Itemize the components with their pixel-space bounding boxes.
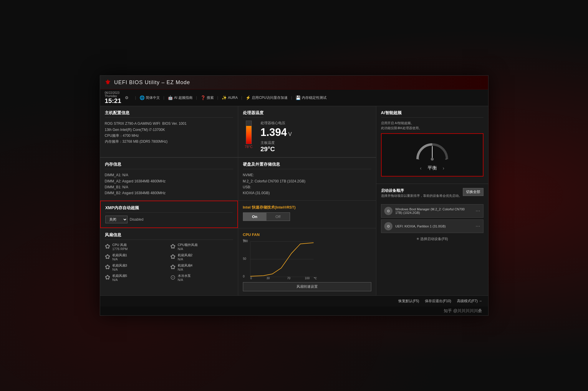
ai-description: 启用开启 AI智能超频。此功能仅限单K处理器使用。 <box>381 121 483 130</box>
rst-toggle: On Off <box>243 212 290 221</box>
watermark: 知乎 @川川川川川桑 <box>100 307 488 315</box>
svg-text:100: 100 <box>243 239 248 243</box>
advanced-mode-button[interactable]: 高级模式(F7) → <box>457 299 482 304</box>
fan-chart: % 100 50 0 0 30 70 100 ℃ <box>243 239 319 280</box>
row1: 主机配置信息 ROG STRIX Z790-A GAMING WIFI BIOS… <box>100 106 376 157</box>
cpu-temp-panel: 处理器温度 78°C 处理器核心电压 1.394 V <box>238 106 376 157</box>
mb-temp-section: 主板温度 29°C <box>261 140 292 153</box>
xmp-dropdown: 关闭XMP IXMP II Disabled <box>105 216 233 223</box>
xmp-status: Disabled <box>130 217 144 222</box>
fan-speed-button[interactable]: 风扇转速设置 <box>243 282 371 291</box>
xmp-select[interactable]: 关闭XMP IXMP II <box>105 216 127 223</box>
bottom-bar: 恢复默认(F5) 保存后退出(F10) 高级模式(F7) → <box>100 295 488 307</box>
fan-chart-svg: % 100 50 0 0 30 70 100 ℃ <box>243 239 322 280</box>
fan-chassis2: ✿ 机箱风扇2 N/A <box>170 253 233 261</box>
question-icon: ❓ <box>201 95 206 100</box>
row2: 内存信息 DIMM_A1: N/A DIMM_A2: Asgard 16384M… <box>100 157 376 200</box>
boot-order-title: 启动设备顺序 <box>381 188 462 193</box>
cpu-temp-title: 处理器温度 <box>243 110 264 118</box>
aura-icon: ✨ <box>222 95 227 100</box>
memory-title: 内存信息 <box>105 162 233 169</box>
toolbar-lang[interactable]: 🌐 简体中文 <box>138 95 162 101</box>
usb-section: USB: KIOXIA (31.0GB) <box>243 184 371 196</box>
boot-item-icon-kioxia: ⊙ <box>384 222 392 230</box>
ai-gauge-box[interactable]: ‹ 平衡 › <box>381 133 483 177</box>
globe-icon: 🌐 <box>140 95 145 100</box>
svg-text:100: 100 <box>305 277 310 280</box>
ai-panel: AI智能超频 启用开启 AI智能超频。此功能仅限单K处理器使用。 <box>376 106 488 184</box>
boot-order-info: 启动设备顺序 选择并拖动项目以重新排序，靠前的设备将会优先启动。 <box>381 188 462 201</box>
fan-cpu-extra-icon: ✿ <box>170 243 175 250</box>
row4: 风扇信息 ✿ CPU 风扇 1776 RPM ✿ CPU额 <box>100 228 376 295</box>
voltage-section: 处理器核心电压 1.394 V 主板温度 29°C <box>261 121 292 153</box>
boot-item-menu-windows[interactable]: ⋯ <box>476 208 480 214</box>
boot-item-text-windows: Windows Boot Manager (M.2_2: Colorful CN… <box>395 207 473 214</box>
fan-chassis4-icon: ✿ <box>170 263 175 271</box>
xmp-panel: XMP内存自动超频 关闭XMP IXMP II Disabled <box>100 201 238 228</box>
fan-panel: 风扇信息 ✿ CPU 风扇 1776 RPM ✿ CPU额 <box>100 228 238 295</box>
fan-chassis5: ✿ 机箱风扇5 N/A <box>105 274 168 282</box>
svg-text:0: 0 <box>250 277 252 280</box>
m2-section: M.2_2: Colorful CN700 1TB (1024.2GB) <box>243 178 371 184</box>
dimm-a1: DIMM_A1: N/A <box>105 172 233 178</box>
fan-chassis5-icon: ✿ <box>105 274 110 281</box>
toolbar-aura[interactable]: ✨ AURA <box>220 95 239 101</box>
memory-slots: DIMM_A1: N/A DIMM_A2: Asgard 16384MB 480… <box>105 172 233 196</box>
boot-item-icon-windows: ⊙ <box>384 207 392 215</box>
save-exit-button[interactable]: 保存后退出(F10) <box>425 299 451 304</box>
rst-title: Intel 快速存储技术(Intel®RST) <box>243 205 371 210</box>
storage-panel: 硬盘及外置存储信息 NVME: M.2_2: Colorful CN700 1T… <box>238 158 376 200</box>
fan-chassis1-info: 机箱风扇1 N/A <box>112 253 127 261</box>
toolbar-search[interactable]: ❓ 搜索 <box>199 95 216 101</box>
fan-chassis1-icon: ✿ <box>105 253 110 261</box>
cpu-icon: ⚡ <box>246 95 251 100</box>
dimm-a2: DIMM_A2: Asgard 16384MB 4800MHz <box>105 178 233 184</box>
fan-cpu-extra-info: CPU额外风扇 N/A <box>178 243 198 251</box>
left-column: 主机配置信息 ROG STRIX Z790-A GAMING WIFI BIOS… <box>100 106 376 295</box>
fan-chassis2-icon: ✿ <box>170 253 175 261</box>
gauge-prev-button[interactable]: ‹ <box>420 166 421 171</box>
fan-pump-info: 水冷水泵 N/A <box>178 274 191 282</box>
toolbar-mem-test[interactable]: 💾 内存稳定性测试 <box>294 95 328 101</box>
boot-item-menu-kioxia[interactable]: ⋯ <box>476 223 480 229</box>
nvme-section: NVME: <box>243 172 371 178</box>
rst-on-button[interactable]: On <box>243 213 266 221</box>
restore-defaults-button[interactable]: 恢复默认(F5) <box>398 299 419 304</box>
svg-text:0: 0 <box>243 275 245 278</box>
boot-item-kioxia[interactable]: ⊙ UEFI: KIOXIA, Partition 1 (31.0GB) ⋯ <box>381 219 483 233</box>
voltage-title: 处理器核心电压 <box>261 121 292 126</box>
toolbar-ai-guide[interactable]: 🤖 AI 超频指南 <box>166 95 194 101</box>
fan-chassis2-info: 机箱风扇2 N/A <box>178 253 193 261</box>
fan-cpu-icon: ✿ <box>105 243 110 250</box>
mb-temp-label: 主板温度 <box>261 140 292 145</box>
svg-text:70: 70 <box>287 277 291 280</box>
gauge-mode: 平衡 <box>428 165 437 171</box>
main-window: ⚜ UEFI BIOS Utility – EZ Mode 06/22/2023… <box>100 75 488 316</box>
temp-bar-fill <box>246 126 251 144</box>
mb-temp-value: 29°C <box>261 145 292 153</box>
temp-bar-outer <box>246 121 252 144</box>
fan-chassis1: ✿ 机箱风扇1 N/A <box>105 253 168 261</box>
fan-cpu-info: CPU 风扇 1776 RPM <box>112 243 128 251</box>
dimm-b2: DIMM_B2: Asgard 16384MB 4800MHz <box>105 190 233 196</box>
temp-voltage-display: 78°C 处理器核心电压 1.394 V 主板温度 29°C <box>243 121 371 153</box>
boot-item-windows[interactable]: ⊙ Windows Boot Manager (M.2_2: Colorful … <box>381 204 483 218</box>
fan-pump-icon: ⊙ <box>170 274 175 281</box>
cpu-temp-value: 78°C <box>245 145 253 149</box>
gauge-next-button[interactable]: › <box>443 166 444 171</box>
select-boot-button[interactable]: ✳ 选择启动设备(F8) <box>381 237 483 242</box>
toolbar-cpu-access[interactable]: ⚡ 启用CPU访问显存加速 <box>244 95 289 101</box>
date-display: 06/22/2023 Thursday <box>105 91 121 98</box>
gauge-nav: ‹ 平衡 › <box>386 165 478 171</box>
speedometer-svg <box>415 139 450 162</box>
fan-pump: ⊙ 水冷水泵 N/A <box>170 274 233 282</box>
fan-title: 风扇信息 <box>105 232 233 240</box>
rst-off-button[interactable]: Off <box>266 213 290 221</box>
dimm-b1: DIMM_B1: N/A <box>105 184 233 190</box>
exit-icon: → <box>479 299 482 303</box>
settings-icon[interactable]: ⚙ <box>125 95 129 100</box>
mem-icon: 💾 <box>296 95 301 100</box>
storage-title: 硬盘及外置存储信息 <box>243 162 371 169</box>
boot-switch-button[interactable]: 切换全部 <box>463 188 483 196</box>
svg-text:50: 50 <box>243 257 246 260</box>
